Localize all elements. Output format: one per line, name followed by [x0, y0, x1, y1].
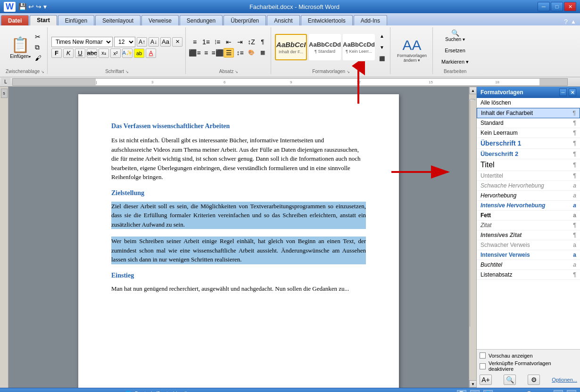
show-marks-btn[interactable]: ¶	[257, 37, 268, 47]
tab-sendungen[interactable]: Sendungen	[180, 15, 223, 25]
mark-button[interactable]: Markieren ▾	[439, 57, 471, 67]
bold-button[interactable]: F	[51, 49, 62, 58]
fv-header: Formatvorlagen ─ ✕	[477, 87, 580, 98]
ruler-corner[interactable]: L	[4, 79, 7, 84]
fv-item-untertitel[interactable]: Untertitel ¶	[477, 171, 580, 181]
subscript-button[interactable]: x₂	[99, 49, 109, 58]
strikethrough-button[interactable]: abc	[87, 49, 97, 58]
border-btn[interactable]: ▦	[257, 48, 268, 57]
save-quick-btn[interactable]: 💾	[18, 3, 26, 10]
change-case-btn[interactable]: Aa	[160, 37, 171, 47]
align-right-btn[interactable]: ≡⬛	[212, 48, 223, 57]
fv-item-standard[interactable]: Standard ¶	[477, 118, 580, 128]
zoom-in-btn[interactable]: +	[567, 390, 576, 392]
fv-item-inhalt[interactable]: Inhalt der Facharbeit ¶	[477, 108, 580, 118]
tab-seitenlayout[interactable]: Seitenlayout	[95, 15, 141, 25]
shading-btn[interactable]: 🎨	[246, 48, 257, 57]
underline-button[interactable]: U	[75, 49, 85, 58]
copy-button[interactable]: ⧉	[34, 43, 42, 52]
align-center-btn[interactable]: ≡	[201, 48, 211, 57]
fv-close-btn[interactable]: ✕	[569, 89, 576, 96]
fv-item-buchtitel[interactable]: Buchtitel a	[477, 260, 580, 270]
customize-btn[interactable]: ▾	[43, 3, 47, 10]
style-item-kein[interactable]: AaBbCcDd ¶ Kein Leerr...	[343, 34, 375, 60]
increase-font-btn[interactable]: A↑	[137, 37, 147, 47]
fv-item-alleloeschen[interactable]: Alle löschen	[477, 98, 580, 108]
redo-btn[interactable]: ↪	[36, 3, 41, 10]
fv-item-listenabsatz[interactable]: Listenabsatz ¶	[477, 270, 580, 280]
fv-item-intensiveszitat[interactable]: Intensives Zitat ¶	[477, 230, 580, 240]
document-area[interactable]: Das Verfassen wissenschaftlicher Arbeite…	[8, 87, 469, 388]
fv-item-ueberschrift1[interactable]: Überschrift 1 ¶	[477, 138, 580, 149]
align-left-btn[interactable]: ⬛≡	[190, 48, 200, 57]
tab-entwicklertools[interactable]: Entwicklertools	[301, 15, 353, 25]
maximize-btn[interactable]: □	[551, 2, 563, 11]
style-scroll-up-btn[interactable]: ▲	[377, 31, 387, 41]
cut-button[interactable]: ✂	[34, 33, 42, 41]
superscript-button[interactable]: x²	[110, 49, 121, 58]
italic-button[interactable]: K	[63, 49, 74, 58]
fv-item-keinleerraum[interactable]: Kein Leerraum ¶	[477, 128, 580, 138]
align-justify-btn[interactable]: ☰	[224, 48, 234, 57]
fv-preview-checkbox[interactable]	[480, 352, 486, 359]
fv-list[interactable]: Alle löschen Inhalt der Facharbeit ¶ Sta…	[477, 98, 580, 349]
decrease-font-btn[interactable]: A↓	[149, 37, 159, 47]
undo-btn[interactable]: ↩	[28, 3, 34, 10]
fv-item-intensiververweis[interactable]: Intensiver Verweis a	[477, 250, 580, 260]
fv-manage-btn[interactable]: ⚙	[528, 375, 540, 385]
font-color-btn[interactable]: A	[146, 49, 156, 58]
view-fullscreen-btn[interactable]: 📖	[470, 390, 480, 392]
zoom-out-btn[interactable]: −	[554, 390, 563, 392]
bullet-list-btn[interactable]: ≡	[190, 37, 200, 47]
fv-item-intensiveherv[interactable]: Intensive Hervorhebung a	[477, 201, 580, 211]
tab-addins[interactable]: Add-Ins	[354, 15, 387, 25]
format-change-button[interactable]: AA Formatvorlagen ändern ▾	[394, 35, 430, 65]
font-name-select[interactable]: Times New Roman	[51, 37, 113, 47]
fv-inspect-btn[interactable]: 🔍	[504, 375, 516, 385]
close-btn[interactable]: ✕	[564, 2, 576, 11]
fv-item-schwacherverweis[interactable]: Schwacher Verweis a	[477, 240, 580, 250]
paste-button[interactable]: 📋 Einfügen▾	[8, 34, 32, 61]
highlight-color-btn[interactable]: ab	[134, 49, 144, 58]
tab-einfuegen[interactable]: Einfügen	[58, 15, 94, 25]
format-painter-button[interactable]: 🖌	[34, 54, 42, 62]
decrease-indent-btn[interactable]: ⇤	[224, 37, 234, 47]
minimize-btn[interactable]: ─	[538, 2, 550, 11]
font-size-select[interactable]: 12	[114, 37, 135, 47]
tab-verweise[interactable]: Verweise	[141, 15, 179, 25]
fv-item-fett[interactable]: Fett a	[477, 211, 580, 220]
style-scroll-down-btn[interactable]: ▼	[377, 42, 387, 52]
search-button[interactable]: 🔍 Suchen ▾	[439, 27, 471, 44]
fv-item-hervorhebung[interactable]: Hervorhebung a	[477, 191, 580, 201]
clear-format-btn[interactable]: ✕	[172, 37, 182, 47]
multilevel-list-btn[interactable]: ⁝≡	[212, 37, 223, 47]
style-item-standard[interactable]: AaBbCcDd ¶ Standard	[309, 34, 341, 60]
numbered-list-btn[interactable]: 1≡	[201, 37, 211, 47]
tab-ansicht[interactable]: Ansicht	[267, 15, 299, 25]
fv-item-zitat[interactable]: Zitat ¶	[477, 220, 580, 230]
fv-item-titel[interactable]: Titel ¶	[477, 159, 580, 171]
tab-uberpruefen[interactable]: Überprüfen	[224, 15, 266, 25]
view-print-btn[interactable]: 📄	[457, 390, 466, 392]
style-item-inhalt[interactable]: AaBbCcI Inhalt der F...	[275, 34, 307, 60]
collapse-ribbon-icon[interactable]: ▲	[571, 18, 576, 25]
scroll-up-btn[interactable]: ▲	[469, 87, 477, 94]
fv-item-schwacheherv[interactable]: Schwache Hervorhebung a	[477, 181, 580, 191]
fv-linked-checkbox[interactable]	[480, 363, 486, 369]
text-effects-btn[interactable]: A✨	[122, 49, 133, 58]
replace-button[interactable]: Ersetzen	[439, 46, 471, 55]
scroll-down-btn[interactable]: ▼	[469, 380, 477, 388]
tab-start[interactable]: Start	[30, 15, 57, 25]
view-web-btn[interactable]: 🌐	[483, 390, 493, 392]
fv-new-style-btn[interactable]: A+	[480, 375, 492, 385]
ribbon-tabs: Datei Start Einfügen Seitenlayout Verwei…	[0, 13, 580, 25]
style-more-btn[interactable]: ⬛	[377, 54, 387, 63]
fv-minimize-btn[interactable]: ─	[559, 89, 567, 96]
fv-item-ueberschrift2[interactable]: Überschrift 2 ¶	[477, 149, 580, 159]
sort-btn[interactable]: ↕Z	[246, 37, 257, 47]
tab-datei[interactable]: Datei	[1, 15, 29, 25]
increase-indent-btn[interactable]: ⇥	[235, 37, 245, 47]
help-icon[interactable]: ?	[564, 18, 568, 25]
fv-options-link[interactable]: Optionen...	[552, 377, 577, 383]
line-spacing-btn[interactable]: ↕≡	[235, 48, 245, 57]
